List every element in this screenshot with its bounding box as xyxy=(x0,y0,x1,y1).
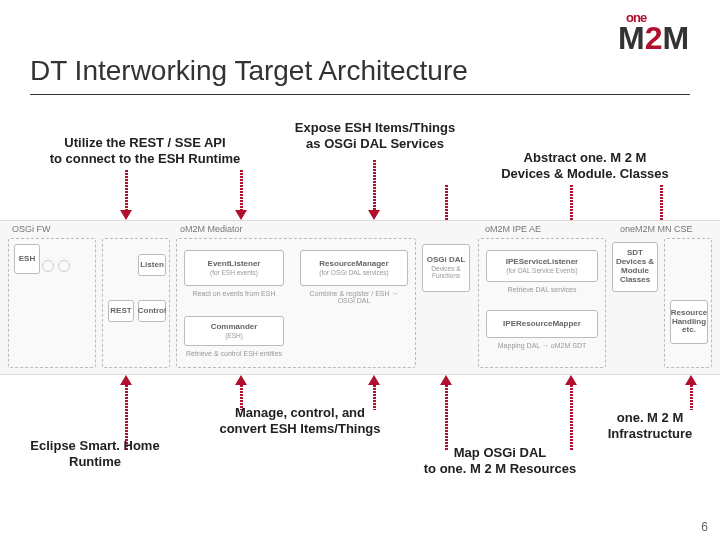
arrow-bot-4 xyxy=(440,375,452,450)
box-resourcemgr: ResourceManager(for OSGi DAL services) xyxy=(300,250,408,286)
desc-commander: Retrieve & control ESH entities xyxy=(184,350,284,357)
desc-eventlistener: React on events from ESH xyxy=(184,290,284,297)
anno-bot-right: one. M 2 MInfrastructure xyxy=(590,410,710,443)
box-eventlistener: EventListener(for ESH events) xyxy=(184,250,284,286)
anno-top-mid: Expose ESH Items/Thingsas OSGi DAL Servi… xyxy=(275,120,475,153)
box-osgidal: OSGi DALDevices & Functions xyxy=(422,244,470,292)
arrow-top-2 xyxy=(235,170,247,220)
arrow-top-1 xyxy=(120,170,132,220)
label-mediator: oM2M Mediator xyxy=(180,224,243,234)
desc-ipemapper: Mapping DAL → oM2M SDT xyxy=(486,342,598,349)
onem2m-logo: one M2M xyxy=(618,10,700,58)
title-underline xyxy=(30,94,690,95)
box-control: Control xyxy=(138,300,166,322)
anno-top-right: Abstract one. M 2 MDevices & Module. Cla… xyxy=(470,150,700,183)
box-sdt: SDT Devices & Module Classes xyxy=(612,242,658,292)
box-listen: Listen xyxy=(138,254,166,276)
logo-m2m-text: M2M xyxy=(618,20,689,57)
page-number: 6 xyxy=(701,520,708,534)
page-title: DT Interworking Target Architecture xyxy=(30,55,468,87)
slide-header: DT Interworking Target Architecture one … xyxy=(0,0,720,100)
label-cse: oneM2M MN CSE xyxy=(620,224,693,234)
circle-decor-2 xyxy=(58,260,70,272)
arrow-bot-5 xyxy=(565,375,577,450)
arrow-bot-6 xyxy=(685,375,697,410)
desc-resourcemgr: Combine & register / ESH → OSGi DAL xyxy=(300,290,408,304)
arrow-top-3 xyxy=(368,160,380,220)
circle-decor-1 xyxy=(42,260,54,272)
label-ipe: oM2M IPE AE xyxy=(485,224,541,234)
anno-bot-mid1: Manage, control, andconvert ESH Items/Th… xyxy=(200,405,400,438)
box-resource: Resource Handling etc. xyxy=(670,300,708,344)
box-ipeservice: IPEServiceListener(for DAL Service Event… xyxy=(486,250,598,282)
anno-bot-mid2: Map OSGi DALto one. M 2 M Resources xyxy=(400,445,600,478)
anno-top-left: Utilize the REST / SSE APIto connect to … xyxy=(30,135,260,168)
anno-bot-left: Eclipse Smart. HomeRuntime xyxy=(20,438,170,471)
desc-ipeservice: Retrieve DAL services xyxy=(486,286,598,293)
label-osgi: OSGi FW xyxy=(12,224,51,234)
box-commander: Commander(ESH) xyxy=(184,316,284,346)
box-esh: ESH xyxy=(14,244,40,274)
box-ipemapper: IPEResourceMapper xyxy=(486,310,598,338)
box-rest: REST xyxy=(108,300,134,322)
